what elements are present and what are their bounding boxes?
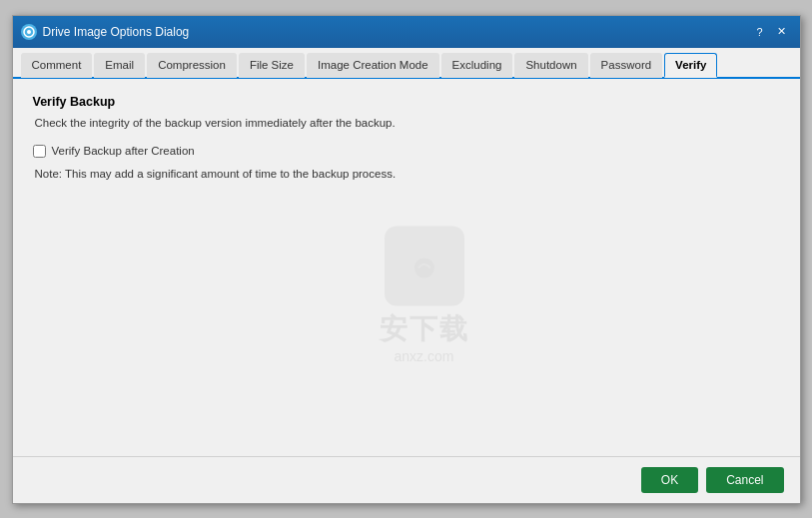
watermark-icon [385,226,464,305]
cancel-button[interactable]: Cancel [706,467,783,493]
close-button[interactable]: ✕ [772,22,792,42]
section-title: Verify Backup [33,95,780,109]
svg-point-3 [414,258,434,277]
tab-shutdown[interactable]: Shutdown [514,53,587,78]
tab-compression[interactable]: Compression [147,53,237,78]
ok-button[interactable]: OK [641,467,698,493]
tab-password[interactable]: Password [590,53,663,78]
note-text: Note: This may add a significant amount … [33,168,780,180]
app-icon [21,24,37,40]
svg-point-1 [27,30,31,34]
footer: OK Cancel [13,456,800,503]
content-area: Verify Backup Check the integrity of the… [13,79,800,456]
tab-excluding[interactable]: Excluding [441,53,513,78]
tab-email[interactable]: Email [94,53,145,78]
title-controls: ? ✕ [750,22,792,42]
title-bar-left: Drive Image Options Dialog [21,24,190,40]
watermark-sub: anxz.com [395,347,454,363]
tab-verify[interactable]: Verify [664,53,717,78]
help-button[interactable]: ? [750,22,770,42]
svg-rect-2 [405,251,444,284]
tab-filesize[interactable]: File Size [239,53,305,78]
watermark-text: 安下载 [380,309,469,347]
dialog-body: Comment Email Compression File Size Imag… [13,48,800,503]
verify-checkbox-row: Verify Backup after Creation [33,145,780,158]
tab-bar: Comment Email Compression File Size Imag… [13,48,800,79]
section-desc: Check the integrity of the backup versio… [33,117,780,129]
verify-checkbox[interactable] [33,145,46,158]
title-bar: Drive Image Options Dialog ? ✕ [13,16,800,48]
main-dialog: Drive Image Options Dialog ? ✕ Comment E… [12,15,801,504]
watermark: 安下载 anxz.com [380,226,469,363]
dialog-title: Drive Image Options Dialog [43,25,190,39]
verify-checkbox-label[interactable]: Verify Backup after Creation [52,145,195,157]
tab-imagemode[interactable]: Image Creation Mode [307,53,439,78]
tab-comment[interactable]: Comment [21,53,93,78]
